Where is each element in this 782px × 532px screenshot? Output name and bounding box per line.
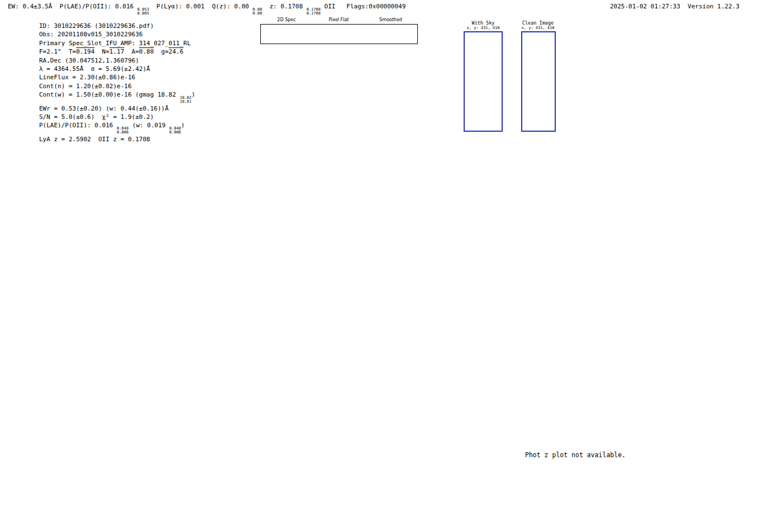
text-segment: N= <box>94 48 109 55</box>
spec2d-column-title: Smoothed <box>371 17 411 22</box>
info-line: ID: 3010229636 (3010229636.pdf) <box>39 22 195 30</box>
timestamp-version: 2025-01-02 01:27:33 Version 1.22.3 <box>610 3 740 10</box>
with-sky-image <box>465 32 502 131</box>
text-segment: ID: 3010229636 (3010229636.pdf) <box>39 22 154 30</box>
text-segment: S/N = 5.0(±0.6) χ² = 1.9(±0.2) <box>39 113 154 121</box>
text-segment: P(Lyα): 0.001 Q(z): 0.00 <box>149 3 252 10</box>
info-line: LineFlux = 2.30(±0.86)e-16 <box>39 73 195 82</box>
info-line: P(LAE)/P(OII): 0.016 0.0480.006 (w: 0.01… <box>39 121 195 135</box>
weighted-sum-row <box>260 24 418 44</box>
clean-image <box>522 32 555 131</box>
info-line: Primary Spec_Slot_IFU_AMP: 314_027_011_R… <box>39 39 195 47</box>
full-spectrum-plot <box>39 146 747 265</box>
with-sky-coords: x, y: 431, 410 <box>461 26 505 30</box>
stacked-uncertainty: 0.0530.005 <box>137 8 149 16</box>
text-segment: EW: 0.4±3.5Å P(LAE)/P(OII): 0.016 <box>8 3 137 10</box>
info-line: Obs: 20201108v015_3010229636 <box>39 30 195 39</box>
text-segment: A= <box>124 48 139 55</box>
text-segment: F=2.1" T= <box>39 48 76 55</box>
text-segment: 24.6 <box>169 48 184 55</box>
text-segment: LyA z = 2.5902 OII z = 0.1708 <box>39 136 150 143</box>
text-segment: 0.194 <box>76 48 94 55</box>
detection-info-block: ID: 3010229636 (3010229636.pdf)Obs: 2020… <box>39 22 195 143</box>
spec2d-column-title: 2D Spec <box>267 17 306 22</box>
spec2d-column-title: Pixel Flat <box>320 17 359 22</box>
text-segment: P(LAE)/P(OII): 0.016 <box>39 122 117 129</box>
summary-stats-line: EW: 0.4±3.5Å P(LAE)/P(OII): 0.016 0.0530… <box>8 3 406 16</box>
text-segment: z: 0.1708 <box>262 3 306 10</box>
text-segment: λ = 4364.55Å σ = 5.69(±2.42)Å <box>39 65 150 73</box>
info-line: λ = 4364.55Å σ = 5.69(±2.42)Å <box>39 65 195 73</box>
text-segment: RA,Dec (30.047512,1.360796) <box>39 57 139 64</box>
text-segment: ) <box>192 91 196 98</box>
with-sky-image-frame <box>464 31 503 132</box>
stacked-uncertainty: 0.17080.1708 <box>307 8 321 16</box>
emission-line-zoom-plot <box>575 27 748 134</box>
with-sky-title: With Sky <box>461 20 505 26</box>
info-line: EWr = 0.53(±0.20) (w: 0.44(±0.16))Å <box>39 104 195 113</box>
text-segment: Cont(w) = 1.50(±0.00)e-16 (gmag 18.82 <box>39 91 180 98</box>
photz-note: Phot z plot not available. <box>525 451 626 459</box>
info-line: Cont(w) = 1.50(±0.00)e-16 (gmag 18.82 18… <box>39 90 195 104</box>
text-segment: 0.80 <box>139 48 154 55</box>
text-segment: OII Flags:0x00000049 <box>321 3 406 10</box>
spec2d-panel: 2D SpecPixel FlatSmoothed <box>260 17 450 145</box>
text-segment: LineFlux = 2.30(±0.86)e-16 <box>39 74 135 81</box>
clean-image-frame <box>521 31 556 132</box>
stacked-uncertainty: 0.000.00 <box>252 8 262 16</box>
info-line: LyA z = 2.5902 OII z = 0.1708 <box>39 135 195 143</box>
stacked-uncertainty: 0.0480.006 <box>117 127 128 135</box>
stacked-uncertainty: 0.0480.006 <box>169 127 181 135</box>
info-line: F=2.1" T=0.194 N=1.17 A=0.80 g=24.6 <box>39 47 195 56</box>
text-segment: ) <box>181 122 185 129</box>
text-segment: (w: 0.019 <box>128 122 169 129</box>
text-segment: Cont(n) = 1.20(±0.02)e-16 <box>39 83 132 90</box>
clean-image-title: Clean Image <box>518 20 557 26</box>
text-segment: 1.17 <box>109 48 125 55</box>
clean-image-coords: x, y: 431, 410 <box>518 26 557 30</box>
info-line: S/N = 5.0(±0.6) χ² = 1.9(±0.2) <box>39 113 195 121</box>
stacked-uncertainty: 18.8218.81 <box>180 96 192 104</box>
text-segment: Primary Spec_Slot_IFU_AMP: 314_027_011_R… <box>39 40 191 47</box>
text-segment: Obs: 20201108v015_3010229636 <box>39 31 142 38</box>
info-line: Cont(n) = 1.20(±0.02)e-16 <box>39 82 195 90</box>
text-segment: EWr = 0.53(±0.20) (w: 0.44(±0.16))Å <box>39 105 169 112</box>
text-segment: g= <box>154 48 169 55</box>
elixer-report-page: { "header": { "left": [ {"t":"EW: 0.4±3.… <box>0 0 782 532</box>
info-line: RA,Dec (30.047512,1.360796) <box>39 56 195 65</box>
